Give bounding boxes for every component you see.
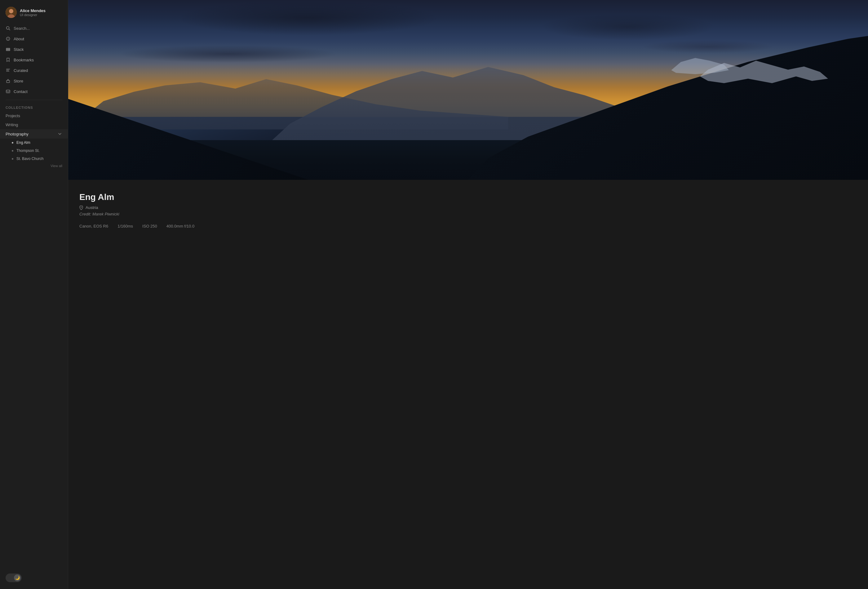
- search-item[interactable]: Search...: [0, 23, 68, 34]
- sidebar-item-about[interactable]: About: [0, 34, 68, 44]
- store-icon: [6, 78, 10, 83]
- thompson-st-label: Thompson St.: [16, 149, 40, 153]
- photo-info: Eng Alm Austria Credit: Marek Piwnicki C…: [68, 180, 868, 238]
- inactive-dot-2: [12, 158, 13, 159]
- svg-rect-6: [8, 38, 8, 40]
- location-pin-icon: [79, 205, 84, 210]
- collection-item-writing[interactable]: Writing: [0, 120, 68, 129]
- search-icon: [6, 26, 10, 31]
- photo-credit: Credit: Marek Piwnicki: [79, 212, 857, 216]
- svg-point-16: [81, 207, 82, 207]
- bookmarks-label: Bookmarks: [14, 58, 34, 62]
- bookmarks-icon: [6, 58, 10, 62]
- svg-rect-14: [6, 81, 10, 83]
- active-dot: [12, 142, 13, 143]
- hero-image-container: [68, 0, 868, 180]
- svg-rect-11: [6, 69, 10, 69]
- svg-line-4: [9, 29, 10, 30]
- st-bavo-label: St. Bavo Church: [16, 156, 43, 161]
- photography-label: Photography: [6, 132, 28, 136]
- svg-rect-10: [6, 50, 10, 51]
- divider: [6, 100, 62, 100]
- photo-meta: Canon, EOS R6 1/160ms ISO 250 400.0mm f/…: [79, 224, 857, 229]
- collection-item-projects[interactable]: Projects: [0, 111, 68, 120]
- location-text: Austria: [86, 205, 98, 210]
- sub-item-eng-alm[interactable]: Eng Alm: [0, 139, 68, 147]
- photography-label-group: Photography: [6, 132, 28, 136]
- view-all-link[interactable]: View all: [0, 163, 68, 170]
- sub-item-thompson-st[interactable]: Thompson St.: [0, 147, 68, 155]
- sidebar-item-store[interactable]: Store: [0, 76, 68, 86]
- curated-label: Curated: [14, 68, 28, 73]
- contact-icon: [6, 89, 10, 94]
- sub-item-st-bavo[interactable]: St. Bavo Church: [0, 155, 68, 163]
- sidebar-item-stack[interactable]: Stack: [0, 44, 68, 55]
- sidebar: Alice Mendes UI designer Search... About: [0, 0, 68, 589]
- projects-label: Projects: [6, 114, 20, 118]
- about-icon: [6, 36, 10, 41]
- search-label: Search...: [14, 26, 30, 31]
- store-label: Store: [14, 79, 23, 83]
- svg-point-7: [8, 38, 8, 38]
- photo-title: Eng Alm: [79, 192, 857, 202]
- hero-image: [68, 0, 868, 180]
- svg-rect-12: [6, 70, 9, 71]
- avatar: [6, 7, 17, 18]
- collection-item-photography[interactable]: Photography: [0, 129, 68, 139]
- contact-label: Contact: [14, 89, 28, 94]
- dark-mode-toggle[interactable]: 🌙: [0, 568, 68, 583]
- camera-meta: Canon, EOS R6: [79, 224, 108, 229]
- iso-meta: ISO 250: [142, 224, 157, 229]
- toggle-pill[interactable]: 🌙: [6, 574, 22, 582]
- about-label: About: [14, 37, 24, 41]
- chevron-down-icon: [58, 131, 62, 136]
- lens-meta: 400.0mm f/10.0: [167, 224, 194, 229]
- sidebar-item-contact[interactable]: Contact: [0, 86, 68, 97]
- user-profile[interactable]: Alice Mendes UI designer: [0, 6, 68, 23]
- eng-alm-label: Eng Alm: [16, 140, 30, 145]
- svg-rect-15: [6, 90, 10, 93]
- toggle-knob: 🌙: [14, 574, 21, 581]
- svg-point-1: [9, 9, 13, 13]
- mountain-scene: [68, 0, 868, 180]
- svg-rect-8: [6, 48, 10, 49]
- inactive-dot: [12, 150, 13, 152]
- user-info: Alice Mendes UI designer: [20, 8, 46, 17]
- stack-label: Stack: [14, 47, 24, 52]
- svg-rect-13: [6, 71, 9, 72]
- main-content: Eng Alm Austria Credit: Marek Piwnicki C…: [68, 0, 868, 589]
- user-role: UI designer: [20, 13, 46, 17]
- user-name: Alice Mendes: [20, 8, 46, 13]
- sidebar-item-curated[interactable]: Curated: [0, 65, 68, 76]
- collections-label: Collections: [0, 103, 68, 111]
- curated-icon: [6, 68, 10, 73]
- writing-label: Writing: [6, 123, 18, 127]
- photo-location: Austria: [79, 205, 857, 210]
- shutter-meta: 1/160ms: [118, 224, 133, 229]
- svg-rect-9: [6, 49, 10, 50]
- sidebar-item-bookmarks[interactable]: Bookmarks: [0, 55, 68, 65]
- stack-icon: [6, 47, 10, 52]
